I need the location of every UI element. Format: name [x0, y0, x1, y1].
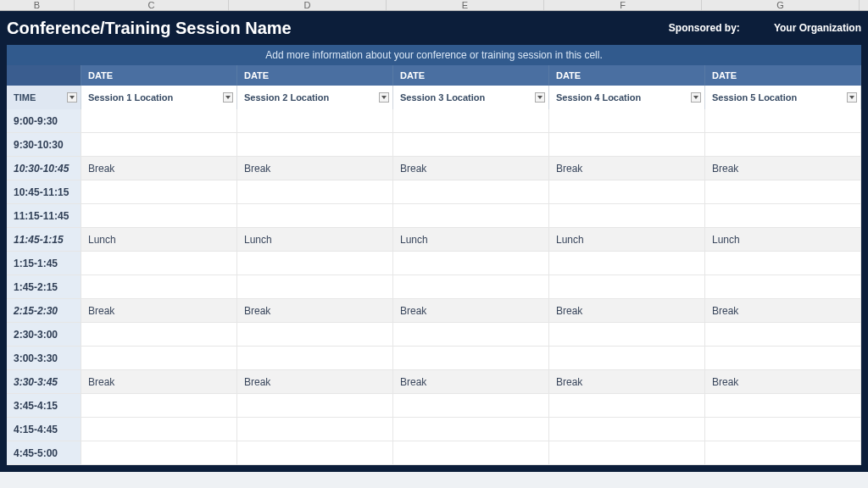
- schedule-cell[interactable]: [705, 323, 861, 347]
- column-letter[interactable]: B: [0, 0, 75, 10]
- schedule-cell[interactable]: [705, 441, 861, 465]
- schedule-cell[interactable]: [705, 109, 861, 133]
- date-header-cell[interactable]: DATE: [237, 65, 393, 86]
- schedule-cell[interactable]: Break: [393, 157, 549, 180]
- schedule-cell[interactable]: [393, 252, 549, 275]
- schedule-cell[interactable]: Break: [705, 370, 861, 394]
- time-column-header[interactable]: TIME: [7, 86, 81, 109]
- column-letter[interactable]: F: [544, 0, 702, 10]
- schedule-cell[interactable]: [237, 252, 393, 275]
- schedule-cell[interactable]: [705, 180, 861, 204]
- date-header-cell[interactable]: DATE: [705, 65, 861, 86]
- schedule-cell[interactable]: Lunch: [705, 228, 861, 252]
- filter-dropdown[interactable]: [379, 92, 389, 103]
- schedule-cell[interactable]: [705, 275, 861, 299]
- filter-dropdown[interactable]: [67, 92, 77, 103]
- date-header-cell[interactable]: DATE: [549, 65, 705, 86]
- schedule-cell[interactable]: Break: [705, 299, 861, 323]
- schedule-cell[interactable]: [237, 394, 393, 418]
- schedule-cell[interactable]: [705, 418, 861, 441]
- schedule-cell[interactable]: [549, 275, 705, 299]
- schedule-cell[interactable]: Break: [549, 299, 705, 323]
- schedule-cell[interactable]: [705, 394, 861, 418]
- column-letter[interactable]: C: [75, 0, 229, 10]
- filter-dropdown[interactable]: [223, 92, 233, 103]
- schedule-cell[interactable]: Break: [393, 370, 549, 394]
- schedule-cell[interactable]: [81, 275, 237, 299]
- time-cell[interactable]: 3:30-3:45: [7, 370, 81, 394]
- info-banner[interactable]: Add more information about your conferen…: [7, 45, 861, 65]
- schedule-cell[interactable]: Break: [549, 157, 705, 180]
- schedule-cell[interactable]: [237, 323, 393, 347]
- schedule-cell[interactable]: Break: [549, 370, 705, 394]
- filter-dropdown[interactable]: [847, 92, 857, 103]
- time-cell[interactable]: 1:45-2:15: [7, 275, 81, 299]
- schedule-cell[interactable]: [81, 418, 237, 441]
- schedule-cell[interactable]: [549, 323, 705, 347]
- time-cell[interactable]: 9:00-9:30: [7, 109, 81, 133]
- column-letter[interactable]: D: [229, 0, 387, 10]
- schedule-cell[interactable]: [705, 133, 861, 157]
- time-cell[interactable]: 11:45-1:15: [7, 228, 81, 252]
- schedule-cell[interactable]: [393, 180, 549, 204]
- schedule-cell[interactable]: [549, 109, 705, 133]
- schedule-cell[interactable]: [81, 204, 237, 228]
- schedule-cell[interactable]: [81, 323, 237, 347]
- time-cell[interactable]: 10:45-11:15: [7, 180, 81, 204]
- time-cell[interactable]: 2:30-3:00: [7, 323, 81, 347]
- schedule-cell[interactable]: [81, 133, 237, 157]
- time-cell[interactable]: 2:15-2:30: [7, 299, 81, 323]
- schedule-cell[interactable]: [393, 275, 549, 299]
- time-cell[interactable]: 11:15-11:45: [7, 204, 81, 228]
- time-cell[interactable]: 9:30-10:30: [7, 133, 81, 157]
- schedule-cell[interactable]: [393, 418, 549, 441]
- schedule-cell[interactable]: Lunch: [549, 228, 705, 252]
- filter-dropdown[interactable]: [691, 92, 701, 103]
- schedule-cell[interactable]: [237, 441, 393, 465]
- session-location-header[interactable]: Session 4 Location: [549, 86, 705, 109]
- schedule-cell[interactable]: Break: [81, 299, 237, 323]
- schedule-cell[interactable]: [237, 347, 393, 370]
- column-letter[interactable]: G: [702, 0, 860, 10]
- schedule-cell[interactable]: [549, 180, 705, 204]
- schedule-cell[interactable]: [393, 133, 549, 157]
- schedule-cell[interactable]: [705, 347, 861, 370]
- session-location-header[interactable]: Session 5 Location: [705, 86, 861, 109]
- date-header-cell[interactable]: DATE: [393, 65, 549, 86]
- schedule-cell[interactable]: Break: [81, 157, 237, 180]
- schedule-cell[interactable]: Break: [81, 370, 237, 394]
- time-cell[interactable]: 3:45-4:15: [7, 394, 81, 418]
- schedule-cell[interactable]: [549, 441, 705, 465]
- schedule-cell[interactable]: Lunch: [237, 228, 393, 252]
- schedule-cell[interactable]: [705, 204, 861, 228]
- time-cell[interactable]: 3:00-3:30: [7, 347, 81, 370]
- schedule-cell[interactable]: [81, 180, 237, 204]
- schedule-cell[interactable]: [705, 252, 861, 275]
- schedule-cell[interactable]: [549, 347, 705, 370]
- schedule-cell[interactable]: [81, 347, 237, 370]
- filter-dropdown[interactable]: [535, 92, 545, 103]
- schedule-cell[interactable]: [549, 394, 705, 418]
- schedule-cell[interactable]: [237, 204, 393, 228]
- session-location-header[interactable]: Session 3 Location: [393, 86, 549, 109]
- schedule-cell[interactable]: Break: [237, 370, 393, 394]
- schedule-cell[interactable]: [549, 133, 705, 157]
- date-header-cell[interactable]: DATE: [81, 65, 237, 86]
- schedule-cell[interactable]: [81, 252, 237, 275]
- schedule-cell[interactable]: Break: [237, 157, 393, 180]
- schedule-cell[interactable]: Break: [705, 157, 861, 180]
- schedule-cell[interactable]: [393, 204, 549, 228]
- schedule-cell[interactable]: [237, 418, 393, 441]
- schedule-cell[interactable]: [81, 394, 237, 418]
- schedule-cell[interactable]: Break: [237, 299, 393, 323]
- column-letter[interactable]: E: [387, 0, 544, 10]
- time-cell[interactable]: 1:15-1:45: [7, 252, 81, 275]
- schedule-cell[interactable]: [237, 109, 393, 133]
- schedule-cell[interactable]: [549, 418, 705, 441]
- session-location-header[interactable]: Session 2 Location: [237, 86, 393, 109]
- time-cell[interactable]: 4:45-5:00: [7, 441, 81, 465]
- schedule-cell[interactable]: [81, 109, 237, 133]
- schedule-cell[interactable]: Break: [393, 299, 549, 323]
- schedule-cell[interactable]: [81, 441, 237, 465]
- schedule-cell[interactable]: [549, 252, 705, 275]
